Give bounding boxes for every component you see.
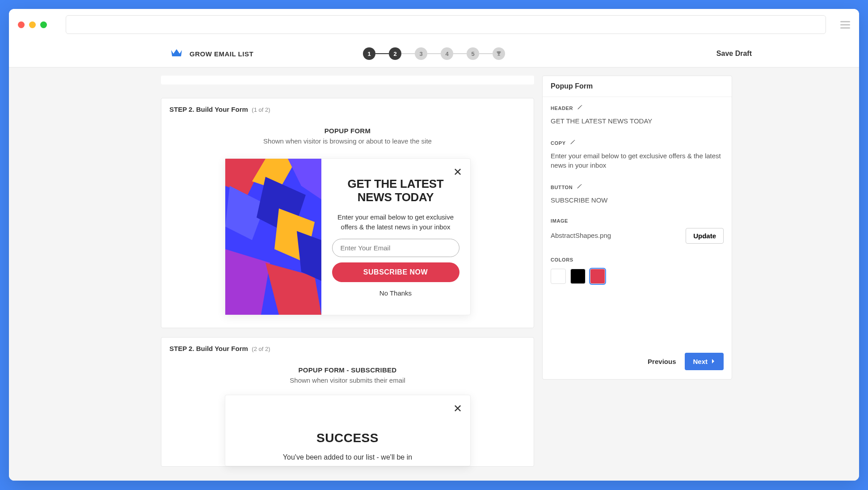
step-connector	[375, 53, 389, 54]
color-swatch-white[interactable]	[551, 269, 566, 284]
sidebar-footer: Previous Next	[543, 346, 732, 379]
step-3[interactable]: 3	[415, 47, 427, 60]
sidebar-column: Popup Form HEADER GET THE LATEST NEWS TO…	[542, 68, 732, 481]
window-maximize-icon[interactable]	[40, 21, 47, 28]
success-title: SUCCESS	[236, 431, 459, 445]
content-area: STEP 2. Build Your Form (1 of 2) POPUP F…	[9, 68, 859, 481]
logo-section: GROW EMAIL LIST	[170, 47, 253, 60]
field-label-colors: COLORS	[551, 257, 573, 262]
field-copy-row: COPY	[551, 139, 724, 147]
step-4[interactable]: 4	[441, 47, 453, 60]
success-body: You've been added to our list - we'll be…	[236, 453, 459, 461]
url-bar[interactable]	[66, 15, 826, 34]
field-colors-row: COLORS	[551, 257, 724, 262]
popup-image	[225, 159, 321, 315]
no-thanks-link[interactable]: No Thanks	[332, 289, 459, 297]
save-draft-button[interactable]: Save Draft	[716, 50, 752, 58]
form-builder-card-2: STEP 2. Build Your Form (2 of 2) POPUP F…	[161, 337, 534, 467]
card-title: STEP 2. Build Your Form	[169, 345, 248, 352]
popup-preview: ✕ GET THE LATEST NEWS TODAY Enter your e…	[225, 158, 471, 315]
popup-success-preview: ✕ SUCCESS You've been added to our list …	[225, 395, 471, 466]
chevron-right-icon	[711, 358, 716, 365]
step-connector	[479, 53, 493, 54]
section-desc: Shown when visitor submits their email	[169, 376, 526, 384]
image-filename: AbstractShapes.png	[551, 231, 611, 240]
main-column: STEP 2. Build Your Form (1 of 2) POPUP F…	[161, 68, 534, 481]
color-swatch-red[interactable]	[590, 269, 605, 284]
edit-header-icon[interactable]	[577, 104, 582, 112]
window-close-icon[interactable]	[18, 21, 25, 28]
card-header: STEP 2. Build Your Form (1 of 2)	[169, 106, 526, 114]
traffic-lights	[18, 21, 47, 28]
field-header-row: HEADER	[551, 104, 724, 112]
card-title: STEP 2. Build Your Form	[169, 106, 248, 113]
app-title: GROW EMAIL LIST	[190, 50, 253, 58]
field-label-image: IMAGE	[551, 218, 568, 224]
sidebar-title: Popup Form	[543, 76, 732, 97]
section-heading: POPUP FORM - SUBSCRIBED	[169, 366, 526, 374]
popup-close-icon[interactable]: ✕	[453, 402, 462, 415]
collapsed-card	[161, 76, 534, 84]
section-desc: Shown when visitor is browsing or about …	[169, 137, 526, 145]
color-swatch-black[interactable]	[570, 269, 586, 284]
browser-chrome	[9, 9, 859, 40]
email-input[interactable]	[332, 239, 459, 257]
field-value-copy: Enter your email below to get exclusive …	[551, 152, 724, 170]
field-button-row: BUTTON	[551, 183, 724, 191]
progress-stepper: 1 2 3 4 5	[363, 47, 505, 60]
sidebar-panel: Popup Form HEADER GET THE LATEST NEWS TO…	[542, 76, 732, 380]
hamburger-menu-icon[interactable]	[840, 21, 850, 29]
popup-body: ✕ GET THE LATEST NEWS TODAY Enter your e…	[321, 159, 470, 315]
subscribe-button[interactable]: SUBSCRIBE NOW	[332, 262, 459, 282]
popup-copy: Enter your email below to get exclusive …	[332, 212, 459, 232]
color-swatches	[551, 269, 724, 284]
crown-icon	[170, 47, 183, 60]
card-subheader: (2 of 2)	[252, 346, 270, 352]
browser-window: GROW EMAIL LIST 1 2 3 4 5 Save Draft STE…	[9, 9, 859, 481]
next-button[interactable]: Next	[685, 353, 724, 370]
step-final-trophy-icon[interactable]	[493, 47, 505, 60]
popup-close-icon[interactable]: ✕	[453, 166, 462, 178]
field-value-header: GET THE LATEST NEWS TODAY	[551, 117, 724, 126]
card-header: STEP 2. Build Your Form (2 of 2)	[169, 345, 526, 353]
edit-button-icon[interactable]	[576, 183, 582, 191]
step-2[interactable]: 2	[389, 47, 401, 60]
step-5[interactable]: 5	[467, 47, 479, 60]
window-minimize-icon[interactable]	[29, 21, 36, 28]
form-builder-card-1: STEP 2. Build Your Form (1 of 2) POPUP F…	[161, 98, 534, 328]
previous-button[interactable]: Previous	[648, 358, 676, 365]
popup-headline: GET THE LATEST NEWS TODAY	[332, 177, 459, 204]
next-button-label: Next	[693, 358, 708, 365]
top-bar: GROW EMAIL LIST 1 2 3 4 5 Save Draft	[9, 40, 859, 68]
field-value-button: SUBSCRIBE NOW	[551, 196, 724, 205]
field-label-header: HEADER	[551, 106, 573, 111]
section-heading: POPUP FORM	[169, 127, 526, 135]
step-connector	[453, 53, 467, 54]
image-row: AbstractShapes.png Update	[551, 228, 724, 244]
card-subheader: (1 of 2)	[252, 106, 270, 113]
field-label-button: BUTTON	[551, 185, 573, 190]
sidebar-body: HEADER GET THE LATEST NEWS TODAY COPY En…	[543, 97, 732, 346]
field-label-copy: COPY	[551, 140, 566, 146]
field-image-row: IMAGE	[551, 218, 724, 224]
step-connector	[427, 53, 441, 54]
update-image-button[interactable]: Update	[686, 228, 724, 244]
step-connector	[401, 53, 415, 54]
step-1[interactable]: 1	[363, 47, 375, 60]
edit-copy-icon[interactable]	[569, 139, 575, 147]
